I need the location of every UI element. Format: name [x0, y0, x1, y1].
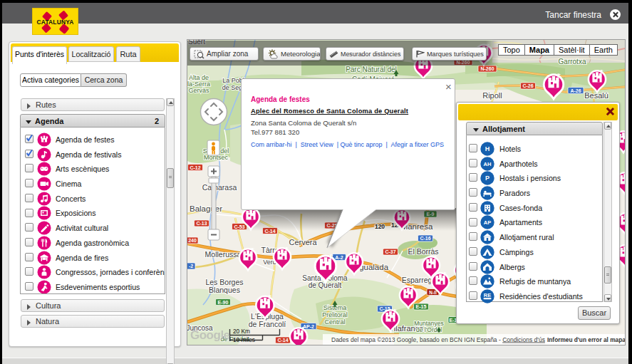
svg-text:N-II: N-II — [429, 290, 437, 295]
svg-text:E-90: E-90 — [218, 300, 229, 305]
svg-text:C-53: C-53 — [234, 224, 244, 229]
svg-text:CATALUNYA: CATALUNYA — [37, 19, 74, 26]
svg-text:C-13: C-13 — [196, 221, 207, 226]
svg-text:N-260: N-260 — [480, 66, 494, 71]
svg-text:Central: Central — [324, 318, 345, 326]
svg-text:-2: -2 — [189, 264, 193, 269]
svg-text:C-14: C-14 — [277, 338, 288, 343]
svg-text:Dades del mapa ©2013 Google, b: Dades del mapa ©2013 Google, basado en B… — [331, 336, 545, 343]
svg-text:Gervàs: Gervàs — [188, 87, 209, 94]
svg-text:10 miles: 10 miles — [233, 336, 255, 343]
svg-text:A-26: A-26 — [570, 88, 581, 93]
svg-text:Prelitoral: Prelitoral — [322, 311, 348, 318]
svg-text:C-12: C-12 — [190, 165, 200, 170]
svg-text:E-15: E-15 — [416, 304, 427, 309]
svg-text:Blanques: Blanques — [209, 286, 240, 294]
svg-text:C-37: C-37 — [385, 249, 395, 254]
svg-text:C-16: C-16 — [420, 236, 430, 241]
svg-text:H: H — [485, 145, 490, 152]
svg-text:Mollerussa: Mollerussa — [205, 250, 242, 259]
svg-text:20 Km: 20 Km — [233, 328, 250, 335]
svg-text:Informeu d'un error al mapa: Informeu d'un error al mapa — [547, 336, 625, 343]
svg-text:El Borràs: El Borràs — [408, 247, 438, 256]
svg-text:Parc Natural del: Parc Natural del — [346, 66, 397, 73]
svg-text:AP: AP — [484, 219, 491, 226]
svg-text:240: 240 — [188, 238, 197, 243]
svg-text:P: P — [485, 175, 489, 182]
svg-text:de Francolí: de Francolí — [249, 320, 286, 328]
svg-text:Google: Google — [190, 328, 230, 342]
svg-text:A-2: A-2 — [335, 255, 343, 260]
svg-text:AH: AH — [484, 161, 492, 167]
svg-text:RE: RE — [484, 292, 491, 298]
svg-text:Ripoll: Ripoll — [482, 91, 502, 100]
svg-text:Garrotxa: Garrotxa — [559, 58, 586, 66]
svg-text:C-26: C-26 — [522, 83, 533, 88]
svg-text:Camarasa: Camarasa — [202, 183, 237, 192]
svg-text:Balaguer: Balaguer — [190, 204, 222, 213]
svg-text:AP-2: AP-2 — [303, 324, 314, 329]
